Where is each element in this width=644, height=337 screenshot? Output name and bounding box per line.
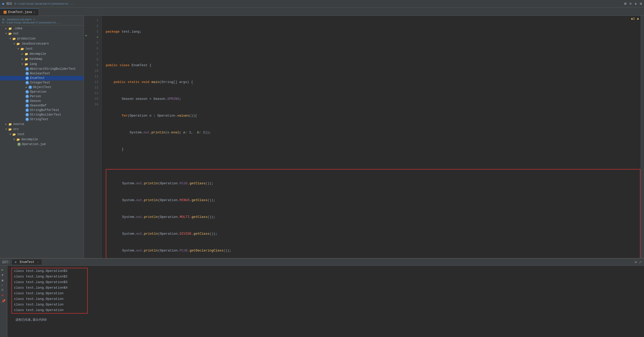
tree-item-test[interactable]: ▼ 📂 test bbox=[0, 46, 84, 51]
bottom-tab-bar: 运行: ▶ EnumTest ✕ ⚙ ⤢ bbox=[0, 259, 644, 266]
tree-item-src-test[interactable]: ▼ 📂 test bbox=[0, 132, 84, 137]
tree-item-seasondef[interactable]: C SeasonDef bbox=[0, 103, 84, 108]
tree-arrow-decompile: ▶ bbox=[20, 52, 24, 55]
pin-button[interactable]: 📌 bbox=[2, 299, 6, 303]
tree-item-operation[interactable]: C Operation bbox=[0, 90, 84, 94]
code-content-6: for(Operation o : Operation.values()){ bbox=[106, 113, 197, 119]
menu-icon[interactable]: ≡ bbox=[630, 2, 632, 6]
tree-item-person[interactable]: C Person bbox=[0, 94, 84, 99]
tree-item-stringbuffertest[interactable]: C StringBufferTest bbox=[0, 108, 84, 113]
print-button[interactable]: ⊟ bbox=[2, 288, 6, 292]
gutter-7 bbox=[84, 49, 89, 55]
code-line-9: System.out.println(Operation.PLUS.getCla… bbox=[106, 181, 640, 186]
output-line-6: class test.lang.Operation bbox=[12, 296, 87, 302]
java-icon-stringbuildertest: C bbox=[25, 113, 29, 117]
tree-item-objecttest[interactable]: ▶ C ObjectTest bbox=[0, 85, 84, 90]
tree-label-operation: Operation bbox=[30, 90, 47, 94]
tree-item-source[interactable]: ▶ 📁 source bbox=[0, 122, 84, 127]
tree-item-stringtest[interactable]: C StringTest bbox=[0, 117, 84, 122]
delete-button[interactable]: ✖ bbox=[2, 293, 6, 298]
tree-item-integertest[interactable]: C IntegerTest bbox=[0, 80, 84, 85]
tab-enumtest[interactable]: EnumTest.java ✕ bbox=[0, 8, 39, 16]
output-line-8: class test.lang.Operation bbox=[12, 307, 87, 313]
tree-arrow-test: ▼ bbox=[16, 48, 20, 50]
code-line-1: package test.lang; bbox=[106, 29, 640, 35]
monitor-icon[interactable]: ⊞ bbox=[624, 2, 626, 6]
tree-arrow-idea: ▶ bbox=[4, 27, 8, 30]
java-icon-stringbuffertest: C bbox=[25, 108, 29, 112]
java-icon-person: C bbox=[25, 95, 29, 98]
tree-item-enumtest[interactable]: C EnumTest bbox=[0, 76, 84, 80]
editor-scrollbar[interactable] bbox=[640, 16, 644, 258]
line-num-14: 14 bbox=[89, 91, 101, 96]
run-button[interactable]: ▶ bbox=[2, 268, 6, 272]
java-icon-abstractstringbuilder: C bbox=[25, 67, 29, 71]
folder-icon-decompile: 📁 bbox=[24, 52, 28, 56]
tree-label-hashmap: hashmap bbox=[29, 57, 42, 61]
output-text-1: class test.lang.Operation$1 bbox=[14, 268, 68, 274]
code-line-13: System.out.println(Operation.PLUS.getDec… bbox=[106, 248, 640, 254]
gutter-4: ▶ bbox=[84, 33, 89, 38]
code-line-3: public class EnumTest { bbox=[106, 63, 640, 68]
tree-item-javasourcelearn[interactable]: ▼ 📂 JavaSourceLearn bbox=[0, 41, 84, 46]
tree-label-idea: .idea bbox=[13, 27, 22, 30]
tree-item-abstractstringbuildertest[interactable]: C AbstractStringBuilderTest bbox=[0, 67, 84, 71]
stop-button[interactable]: ■ bbox=[2, 279, 6, 283]
tree-label-javasourcelearn: JavaSourceLearn bbox=[21, 42, 49, 46]
output-line-5: class test.lang.Operation bbox=[12, 291, 87, 296]
tree-item-src[interactable]: ▼ 📂 src bbox=[0, 127, 84, 132]
tree-label-production: production bbox=[17, 37, 36, 40]
tree-item-season[interactable]: C Season bbox=[0, 99, 84, 103]
output-text-6: class test.lang.Operation bbox=[14, 296, 64, 302]
code-container[interactable]: ▶ 1 2 3 4 5 6 bbox=[84, 16, 644, 258]
code-content-3: public class EnumTest { bbox=[106, 63, 151, 68]
rerun-button[interactable]: ⊟ bbox=[2, 284, 6, 286]
tree-item-out[interactable]: ▼ 📂 out bbox=[0, 31, 84, 36]
tree-label-stringtest: StringTest bbox=[30, 118, 48, 121]
code-content-11: System.out.println(Operation.MULTI.getCl… bbox=[106, 214, 215, 220]
top-bar: ◼ 项目 D:\Learning\JavaLearn\javasource...… bbox=[0, 0, 644, 8]
bottom-settings-icon[interactable]: ⚙ bbox=[635, 260, 637, 264]
bottom-tab-label: EnumTest bbox=[20, 260, 35, 264]
folder-icon-lang: 📂 bbox=[24, 62, 28, 66]
tree-item-src-decompile[interactable]: ▼ 📂 decompile bbox=[0, 137, 84, 142]
warning-indicator: ▲1 ▲ bbox=[631, 17, 639, 21]
tab-bar: EnumTest.java ✕ bbox=[0, 8, 644, 16]
output-text-8: class test.lang.Operation bbox=[14, 307, 64, 313]
gutter-13 bbox=[84, 83, 89, 89]
tree-item-idea[interactable]: ▶ 📁 .idea bbox=[0, 26, 84, 31]
gutter-14 bbox=[84, 89, 89, 94]
project-title: 项目 bbox=[6, 2, 12, 6]
bottom-tab-enumtest[interactable]: ▶ EnumTest ✕ bbox=[12, 259, 42, 265]
reorder-icon[interactable]: ⇅ bbox=[635, 2, 637, 6]
java-icon-booleantest: C bbox=[25, 72, 29, 75]
tree-item-operation-jad[interactable]: C Operation.jad bbox=[0, 142, 84, 147]
gutter-15 bbox=[84, 94, 89, 100]
line-num-5: 5 bbox=[89, 40, 101, 46]
tree-label-src-decompile: decompile bbox=[21, 138, 38, 141]
tree-item-stringbuildertest[interactable]: C StringBuilderTest bbox=[0, 113, 84, 117]
tree-label-abstractstringbuildertest: AbstractStringBuilderTest bbox=[30, 67, 76, 71]
tree-item-production[interactable]: ▼ 📂 production bbox=[0, 36, 84, 41]
tree-label-lang: lang bbox=[29, 62, 37, 66]
tab-close-button[interactable]: ✕ bbox=[34, 11, 35, 14]
tree-arrow-src-test: ▼ bbox=[8, 133, 12, 136]
tree-item-booleantest[interactable]: C BooleanTest bbox=[0, 71, 84, 76]
code-content-12: System.out.println(Operation.DIVIDE.getC… bbox=[106, 231, 217, 237]
project-label-area: ◼ 项目 D:\Learning\JavaLearn\javasource... bbox=[2, 2, 73, 6]
gutter-16 bbox=[84, 100, 89, 105]
code-line-10: System.out.println(Operation.MINUS.getCl… bbox=[106, 198, 640, 203]
code-editor: ▲1 ▲ ▶ bbox=[84, 16, 644, 258]
tree-item-hashmap[interactable]: ▶ 📁 hashmap bbox=[0, 57, 84, 62]
output-box: class test.lang.Operation$1 class test.l… bbox=[11, 268, 88, 314]
stop-down-button[interactable]: ▼ bbox=[2, 273, 6, 277]
line-num-7: 7 bbox=[89, 51, 101, 57]
bottom-expand-icon[interactable]: ⤢ bbox=[639, 260, 642, 264]
bottom-tab-close[interactable]: ✕ bbox=[37, 261, 39, 264]
code-content-7: System.out.println(o.eval( a: 1, b: 2)); bbox=[106, 130, 211, 135]
code-content-8: } bbox=[106, 147, 124, 152]
tree-item-decompile[interactable]: ▶ 📁 decompile bbox=[0, 51, 84, 57]
tree-label-operationjad: Operation.jad bbox=[22, 143, 46, 146]
tree-item-lang[interactable]: ▼ 📂 lang bbox=[0, 62, 84, 67]
settings-icon[interactable]: ⚙ bbox=[640, 2, 642, 6]
